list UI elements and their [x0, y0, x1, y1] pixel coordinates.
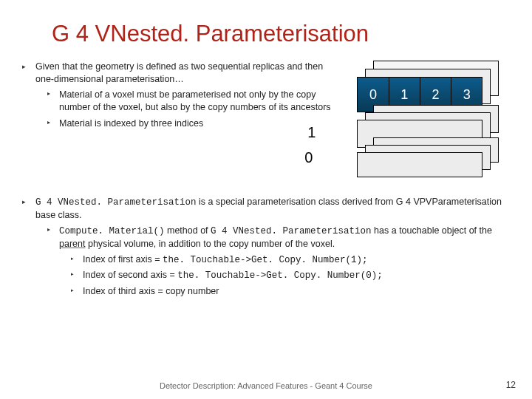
cm-text1: method of: [165, 225, 211, 236]
parent-word: parent: [59, 239, 85, 249]
classname-nested: G 4 VNested. Parameterisation: [35, 197, 197, 208]
diagram-row3-front: [357, 152, 482, 177]
cm-text3: physical volume, in addition to the copy…: [85, 239, 335, 249]
diagram-label-0: 0: [304, 148, 313, 168]
bullet-geometry: Given that the geometry is defined as tw…: [22, 61, 335, 129]
bullet-index-third: Index of third axis = copy number: [71, 285, 510, 298]
bullet-material-indexed: Material is indexed by three indices: [47, 117, 335, 130]
bullet-material-ancestors: Material of a voxel must be parameterise…: [47, 89, 335, 114]
footer-text: Detector Description: Advanced Features …: [0, 381, 532, 390]
bullet-geometry-text: Given that the geometry is defined as tw…: [35, 61, 323, 84]
idx1-label: Index of first axis =: [83, 254, 163, 265]
slide-title: G 4 VNested. Parameterisation: [0, 0, 532, 61]
bullet-compute-material: Compute. Material() method of G 4 VNeste…: [47, 225, 510, 298]
bullet-derived-class: G 4 VNested. Parameterisation is a speci…: [22, 196, 510, 298]
classname-nested-2: G 4 VNested. Parameterisation: [211, 226, 372, 236]
page-number: 12: [506, 380, 516, 390]
bullet-index-second: Index of second axis = the. Touchable->G…: [71, 269, 510, 282]
voxel-diagram: 0 1 2 3 1 0: [342, 61, 510, 190]
cm-text2: has a touchable object of the: [372, 225, 492, 236]
idx2-code: the. Touchable->Get. Copy. Number(0);: [177, 270, 383, 281]
diagram-label-1: 1: [307, 123, 316, 143]
idx1-code: the. Touchable->Get. Copy. Number(1);: [163, 255, 368, 265]
bullet-index-first: Index of first axis = the. Touchable->Ge…: [71, 253, 510, 267]
method-compute-material: Compute. Material(): [59, 226, 165, 236]
slide-body: Given that the geometry is defined as tw…: [0, 61, 532, 298]
idx2-label: Index of second axis =: [83, 270, 177, 280]
